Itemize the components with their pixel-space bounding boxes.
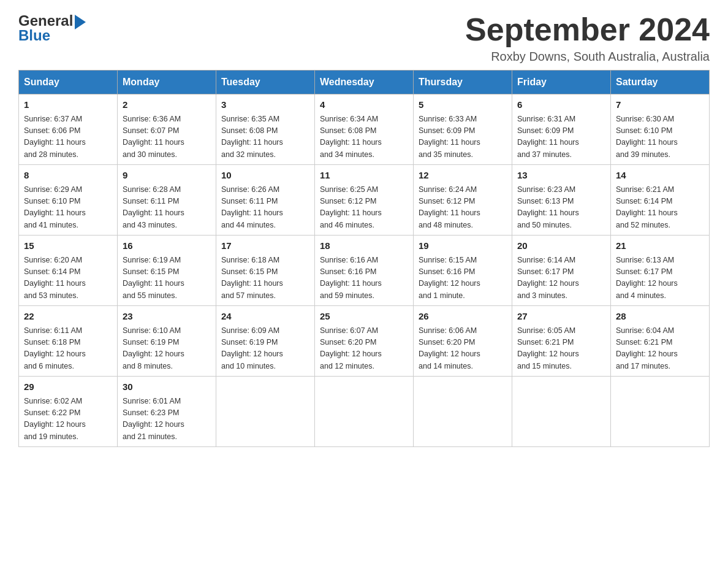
day-number: 19 bbox=[419, 239, 507, 253]
table-row: 22Sunrise: 6:11 AMSunset: 6:18 PMDayligh… bbox=[19, 306, 118, 377]
table-row: 5Sunrise: 6:33 AMSunset: 6:09 PMDaylight… bbox=[414, 94, 512, 165]
col-sunday: Sunday bbox=[19, 71, 118, 94]
table-row: 19Sunrise: 6:15 AMSunset: 6:16 PMDayligh… bbox=[414, 236, 512, 306]
day-info: Sunrise: 6:02 AMSunset: 6:22 PMDaylight:… bbox=[24, 396, 112, 443]
table-row: 26Sunrise: 6:06 AMSunset: 6:20 PMDayligh… bbox=[414, 306, 512, 377]
day-info: Sunrise: 6:18 AMSunset: 6:15 PMDaylight:… bbox=[221, 255, 309, 302]
day-info: Sunrise: 6:09 AMSunset: 6:19 PMDaylight:… bbox=[221, 325, 309, 373]
table-row: 12Sunrise: 6:24 AMSunset: 6:12 PMDayligh… bbox=[414, 165, 512, 236]
day-info: Sunrise: 6:23 AMSunset: 6:13 PMDaylight:… bbox=[517, 184, 605, 232]
day-info: Sunrise: 6:25 AMSunset: 6:12 PMDaylight:… bbox=[320, 184, 408, 232]
col-tuesday: Tuesday bbox=[216, 71, 315, 94]
col-thursday: Thursday bbox=[414, 71, 512, 94]
table-row bbox=[315, 377, 414, 447]
day-number: 11 bbox=[320, 169, 408, 183]
day-info: Sunrise: 6:29 AMSunset: 6:10 PMDaylight:… bbox=[24, 184, 112, 232]
day-info: Sunrise: 6:15 AMSunset: 6:16 PMDaylight:… bbox=[419, 255, 507, 302]
day-number: 2 bbox=[123, 98, 211, 112]
table-row: 23Sunrise: 6:10 AMSunset: 6:19 PMDayligh… bbox=[118, 306, 216, 377]
table-row: 6Sunrise: 6:31 AMSunset: 6:09 PMDaylight… bbox=[512, 94, 611, 165]
day-number: 29 bbox=[24, 380, 112, 394]
day-number: 28 bbox=[616, 310, 704, 324]
day-number: 26 bbox=[419, 310, 507, 324]
table-row: 3Sunrise: 6:35 AMSunset: 6:08 PMDaylight… bbox=[216, 94, 315, 165]
day-number: 17 bbox=[221, 239, 309, 253]
table-row: 7Sunrise: 6:30 AMSunset: 6:10 PMDaylight… bbox=[611, 94, 710, 165]
day-info: Sunrise: 6:28 AMSunset: 6:11 PMDaylight:… bbox=[123, 184, 211, 232]
table-row bbox=[512, 377, 611, 447]
logo-blue-text: Blue bbox=[18, 27, 50, 44]
day-number: 7 bbox=[616, 98, 704, 112]
table-row bbox=[216, 377, 315, 447]
day-info: Sunrise: 6:31 AMSunset: 6:09 PMDaylight:… bbox=[517, 113, 605, 161]
day-number: 16 bbox=[123, 239, 211, 253]
logo-triangle-icon bbox=[75, 15, 86, 29]
table-row: 8Sunrise: 6:29 AMSunset: 6:10 PMDaylight… bbox=[19, 165, 118, 236]
day-info: Sunrise: 6:04 AMSunset: 6:21 PMDaylight:… bbox=[616, 325, 704, 373]
day-info: Sunrise: 6:16 AMSunset: 6:16 PMDaylight:… bbox=[320, 255, 408, 302]
table-row: 1Sunrise: 6:37 AMSunset: 6:06 PMDaylight… bbox=[19, 94, 118, 165]
calendar-week-row: 15Sunrise: 6:20 AMSunset: 6:14 PMDayligh… bbox=[19, 236, 710, 306]
day-info: Sunrise: 6:01 AMSunset: 6:23 PMDaylight:… bbox=[123, 396, 211, 443]
day-info: Sunrise: 6:36 AMSunset: 6:07 PMDaylight:… bbox=[123, 113, 211, 161]
table-row bbox=[414, 377, 512, 447]
col-monday: Monday bbox=[118, 71, 216, 94]
table-row: 27Sunrise: 6:05 AMSunset: 6:21 PMDayligh… bbox=[512, 306, 611, 377]
day-number: 9 bbox=[123, 169, 211, 183]
table-row: 16Sunrise: 6:19 AMSunset: 6:15 PMDayligh… bbox=[118, 236, 216, 306]
calendar-table: Sunday Monday Tuesday Wednesday Thursday… bbox=[18, 70, 710, 447]
day-info: Sunrise: 6:21 AMSunset: 6:14 PMDaylight:… bbox=[616, 184, 704, 232]
month-title: September 2024 bbox=[465, 12, 710, 47]
day-info: Sunrise: 6:33 AMSunset: 6:09 PMDaylight:… bbox=[419, 113, 507, 161]
table-row: 21Sunrise: 6:13 AMSunset: 6:17 PMDayligh… bbox=[611, 236, 710, 306]
table-row: 14Sunrise: 6:21 AMSunset: 6:14 PMDayligh… bbox=[611, 165, 710, 236]
table-row: 20Sunrise: 6:14 AMSunset: 6:17 PMDayligh… bbox=[512, 236, 611, 306]
calendar-week-row: 22Sunrise: 6:11 AMSunset: 6:18 PMDayligh… bbox=[19, 306, 710, 377]
col-friday: Friday bbox=[512, 71, 611, 94]
day-info: Sunrise: 6:06 AMSunset: 6:20 PMDaylight:… bbox=[419, 325, 507, 373]
day-number: 25 bbox=[320, 310, 408, 324]
day-number: 8 bbox=[24, 169, 112, 183]
table-row: 9Sunrise: 6:28 AMSunset: 6:11 PMDaylight… bbox=[118, 165, 216, 236]
table-row: 18Sunrise: 6:16 AMSunset: 6:16 PMDayligh… bbox=[315, 236, 414, 306]
table-row: 29Sunrise: 6:02 AMSunset: 6:22 PMDayligh… bbox=[19, 377, 118, 447]
day-number: 6 bbox=[517, 98, 605, 112]
day-info: Sunrise: 6:34 AMSunset: 6:08 PMDaylight:… bbox=[320, 113, 408, 161]
day-info: Sunrise: 6:37 AMSunset: 6:06 PMDaylight:… bbox=[24, 113, 112, 161]
day-info: Sunrise: 6:05 AMSunset: 6:21 PMDaylight:… bbox=[517, 325, 605, 373]
title-section: September 2024 Roxby Downs, South Austra… bbox=[465, 12, 710, 64]
col-wednesday: Wednesday bbox=[315, 71, 414, 94]
table-row: 4Sunrise: 6:34 AMSunset: 6:08 PMDaylight… bbox=[315, 94, 414, 165]
day-info: Sunrise: 6:14 AMSunset: 6:17 PMDaylight:… bbox=[517, 255, 605, 302]
day-info: Sunrise: 6:19 AMSunset: 6:15 PMDaylight:… bbox=[123, 255, 211, 302]
day-number: 22 bbox=[24, 310, 112, 324]
table-row: 30Sunrise: 6:01 AMSunset: 6:23 PMDayligh… bbox=[118, 377, 216, 447]
table-row: 10Sunrise: 6:26 AMSunset: 6:11 PMDayligh… bbox=[216, 165, 315, 236]
day-number: 27 bbox=[517, 310, 605, 324]
day-number: 3 bbox=[221, 98, 309, 112]
day-number: 12 bbox=[419, 169, 507, 183]
table-row: 11Sunrise: 6:25 AMSunset: 6:12 PMDayligh… bbox=[315, 165, 414, 236]
day-info: Sunrise: 6:10 AMSunset: 6:19 PMDaylight:… bbox=[123, 325, 211, 373]
day-number: 24 bbox=[221, 310, 309, 324]
table-row: 2Sunrise: 6:36 AMSunset: 6:07 PMDaylight… bbox=[118, 94, 216, 165]
day-info: Sunrise: 6:26 AMSunset: 6:11 PMDaylight:… bbox=[221, 184, 309, 232]
calendar-header-row: Sunday Monday Tuesday Wednesday Thursday… bbox=[19, 71, 710, 94]
col-saturday: Saturday bbox=[611, 71, 710, 94]
day-number: 30 bbox=[123, 380, 211, 394]
table-row: 25Sunrise: 6:07 AMSunset: 6:20 PMDayligh… bbox=[315, 306, 414, 377]
day-info: Sunrise: 6:24 AMSunset: 6:12 PMDaylight:… bbox=[419, 184, 507, 232]
calendar-week-row: 29Sunrise: 6:02 AMSunset: 6:22 PMDayligh… bbox=[19, 377, 710, 447]
day-number: 14 bbox=[616, 169, 704, 183]
day-number: 18 bbox=[320, 239, 408, 253]
table-row: 28Sunrise: 6:04 AMSunset: 6:21 PMDayligh… bbox=[611, 306, 710, 377]
day-number: 21 bbox=[616, 239, 704, 253]
logo: General Blue bbox=[18, 12, 86, 44]
day-info: Sunrise: 6:30 AMSunset: 6:10 PMDaylight:… bbox=[616, 113, 704, 161]
table-row: 17Sunrise: 6:18 AMSunset: 6:15 PMDayligh… bbox=[216, 236, 315, 306]
table-row: 15Sunrise: 6:20 AMSunset: 6:14 PMDayligh… bbox=[19, 236, 118, 306]
calendar-week-row: 1Sunrise: 6:37 AMSunset: 6:06 PMDaylight… bbox=[19, 94, 710, 165]
day-info: Sunrise: 6:20 AMSunset: 6:14 PMDaylight:… bbox=[24, 255, 112, 302]
table-row bbox=[611, 377, 710, 447]
calendar-week-row: 8Sunrise: 6:29 AMSunset: 6:10 PMDaylight… bbox=[19, 165, 710, 236]
